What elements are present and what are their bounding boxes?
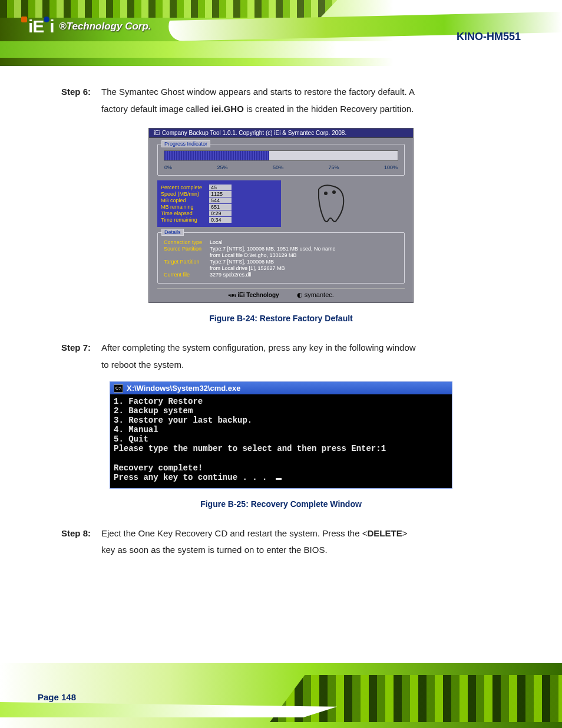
cmd-body: 1. Factory Restore 2. Backup system 3. R… — [110, 394, 452, 488]
ghost-titlebar: iEi Company Backup Tool 1.0.1. Copyright… — [149, 129, 413, 138]
progress-panel: Progress Indicator 0% 25% 50% 75% 100% — [157, 144, 405, 176]
page-number: Page 148 — [38, 692, 76, 702]
cmd-title-text: X:\Windows\System32\cmd.exe — [127, 384, 241, 393]
iei-logo-icon: iEi — [21, 17, 54, 37]
details-panel-label: Details — [161, 229, 184, 236]
footer-swoosh — [0, 702, 337, 717]
footer-symantec-logo: ◐ symantec. — [297, 291, 334, 299]
step-7: Step 7: After completing the system conf… — [61, 340, 501, 373]
figure-caption-25: Figure B-25: Recovery Complete Window — [61, 499, 501, 509]
progress-fill — [164, 151, 269, 160]
footer-iei-logo: ▪iEi iEi Technology — [228, 292, 279, 298]
ghost-footer: ▪iEi iEi Technology ◐ symantec. — [157, 288, 405, 299]
page-content: Step 6: The Symantec Ghost window appear… — [0, 66, 562, 559]
step-text: The Symantec Ghost window appears and st… — [101, 84, 415, 117]
progress-ticks: 0% 25% 50% 75% 100% — [164, 164, 398, 170]
step-label: Step 7: — [61, 340, 91, 357]
brand-suffix: ®Technology Corp. — [59, 21, 151, 32]
step-6: Step 6: The Symantec Ghost window appear… — [61, 84, 501, 117]
step-text: After completing the system configuratio… — [101, 340, 416, 373]
progress-panel-label: Progress Indicator — [161, 140, 210, 147]
cmd-titlebar: C:\ X:\Windows\System32\cmd.exe — [110, 382, 452, 394]
cursor-icon — [276, 478, 282, 480]
step-label: Step 8: — [61, 525, 91, 542]
progress-bar — [164, 150, 398, 161]
header-swoosh-2 — [0, 41, 562, 58]
ghost-icon — [307, 180, 354, 228]
logo: iEi ®Technology Corp. — [21, 17, 151, 37]
statistics-panel: Percent complete45 Speed (MB/min)1125 MB… — [157, 180, 281, 227]
step-8: Step 8: Eject the One Key Recovery CD an… — [61, 525, 501, 559]
step-label: Step 6: — [61, 84, 91, 101]
ghost-backup-screenshot: iEi Company Backup Tool 1.0.1. Copyright… — [148, 128, 414, 303]
footer-banner — [0, 663, 562, 728]
cmd-screenshot: C:\ X:\Windows\System32\cmd.exe 1. Facto… — [110, 381, 452, 489]
step-text: Eject the One Key Recovery CD and restar… — [101, 525, 407, 559]
header-banner: iEi ®Technology Corp. KINO-HM551 — [0, 0, 562, 66]
details-panel: Details Connection typeLocal Source Part… — [157, 232, 405, 284]
svg-point-0 — [324, 192, 328, 195]
cmd-icon: C:\ — [114, 384, 123, 393]
figure-caption-24: Figure B-24: Restore Factory Default — [61, 314, 501, 323]
svg-point-1 — [332, 190, 336, 194]
document-title: KINO-HM551 — [457, 31, 521, 43]
